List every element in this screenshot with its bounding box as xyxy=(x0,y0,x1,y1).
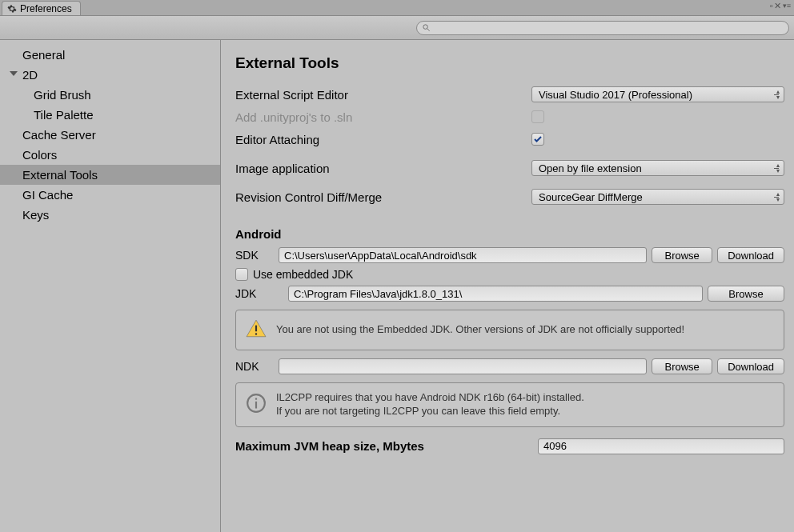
svg-line-1 xyxy=(427,29,430,31)
sidebar-item-grid-brush[interactable]: Grid Brush xyxy=(0,85,220,105)
add-unityproj-checkbox xyxy=(531,110,544,123)
tab-label: Preferences xyxy=(20,3,72,14)
svg-point-0 xyxy=(423,25,428,29)
ext-script-editor-dropdown[interactable]: Visual Studio 2017 (Professional) ▴▾ xyxy=(531,86,784,102)
check-icon xyxy=(533,134,543,144)
chevron-updown-icon: ▴▾ xyxy=(776,191,780,202)
rev-control-value: SourceGear DiffMerge xyxy=(539,191,643,203)
search-icon xyxy=(422,23,431,32)
use-embedded-jdk-checkbox[interactable] xyxy=(235,268,248,281)
use-embedded-jdk-label: Use embedded JDK xyxy=(253,268,353,281)
editor-attaching-label: Editor Attaching xyxy=(235,133,531,146)
sdk-download-button[interactable]: Download xyxy=(717,247,784,263)
ndk-download-button[interactable]: Download xyxy=(717,358,784,374)
image-app-value: Open by file extension xyxy=(539,162,642,174)
ndk-label: NDK xyxy=(235,360,274,373)
chevron-updown-icon: ▴▾ xyxy=(776,89,780,100)
sdk-label: SDK xyxy=(235,249,274,262)
tab-preferences[interactable]: Preferences xyxy=(2,1,81,15)
ndk-input[interactable] xyxy=(279,358,647,374)
chevron-updown-icon: ▴▾ xyxy=(776,162,780,174)
sidebar-item-cache-server[interactable]: Cache Server xyxy=(0,125,220,145)
sidebar-item-gi-cache[interactable]: GI Cache xyxy=(0,185,220,205)
menu-icon[interactable]: ▾≡ xyxy=(783,2,791,10)
rev-control-label: Revision Control Diff/Merge xyxy=(235,190,531,204)
svg-rect-5 xyxy=(255,402,257,409)
svg-rect-3 xyxy=(255,333,257,334)
image-app-label: Image application xyxy=(235,162,531,175)
sdk-browse-button[interactable]: Browse xyxy=(652,247,712,263)
info-icon xyxy=(246,393,267,416)
jdk-input[interactable] xyxy=(288,286,703,302)
sidebar-item-colors[interactable]: Colors xyxy=(0,145,220,165)
jdk-browse-button[interactable]: Browse xyxy=(708,286,784,302)
main-content: External Tools External Script Editor Vi… xyxy=(221,40,794,532)
preferences-window: Preferences ▫ ✕ ▾≡ General 2D Grid Brush… xyxy=(0,0,794,532)
sidebar-item-2d[interactable]: 2D xyxy=(0,65,220,85)
jdk-label: JDK xyxy=(235,287,283,300)
sidebar-item-keys[interactable]: Keys xyxy=(0,205,220,225)
ndk-info-text: IL2CPP requires that you have Android ND… xyxy=(276,391,774,418)
toolbar xyxy=(0,16,794,40)
sidebar: General 2D Grid Brush Tile Palette Cache… xyxy=(0,40,221,532)
jdk-warning-text: You are not using the Embedded JDK. Othe… xyxy=(276,323,774,337)
rev-control-dropdown[interactable]: SourceGear DiffMerge ▴▾ xyxy=(531,189,784,205)
svg-rect-2 xyxy=(255,326,257,332)
heap-label: Maximum JVM heap size, Mbytes xyxy=(235,439,531,453)
heap-input[interactable] xyxy=(538,438,784,454)
sidebar-item-external-tools[interactable]: External Tools xyxy=(0,165,220,185)
ext-script-editor-value: Visual Studio 2017 (Professional) xyxy=(539,89,692,101)
gear-icon xyxy=(7,4,17,14)
ndk-info-box: IL2CPP requires that you have Android ND… xyxy=(235,382,784,427)
window-controls: ▫ ✕ ▾≡ xyxy=(770,2,791,10)
close-icon[interactable]: ✕ xyxy=(774,2,781,10)
sidebar-item-tile-palette[interactable]: Tile Palette xyxy=(0,105,220,125)
image-app-dropdown[interactable]: Open by file extension ▴▾ xyxy=(531,160,784,176)
android-header: Android xyxy=(235,227,784,241)
editor-attaching-checkbox[interactable] xyxy=(531,133,544,146)
dock-icon[interactable]: ▫ xyxy=(770,2,772,10)
search-field[interactable] xyxy=(416,21,789,35)
ext-script-editor-label: External Script Editor xyxy=(235,88,531,102)
sdk-input[interactable] xyxy=(279,247,647,263)
ndk-browse-button[interactable]: Browse xyxy=(652,358,712,374)
jdk-warning-box: You are not using the Embedded JDK. Othe… xyxy=(235,310,784,350)
body: General 2D Grid Brush Tile Palette Cache… xyxy=(0,40,794,532)
svg-rect-6 xyxy=(255,398,257,400)
search-input[interactable] xyxy=(431,23,784,33)
tab-bar: Preferences ▫ ✕ ▾≡ xyxy=(0,0,794,16)
warning-icon xyxy=(246,318,267,342)
add-unityproj-label: Add .unityproj's to .sln xyxy=(235,110,531,124)
sidebar-item-general[interactable]: General xyxy=(0,45,220,65)
page-title: External Tools xyxy=(235,54,784,72)
